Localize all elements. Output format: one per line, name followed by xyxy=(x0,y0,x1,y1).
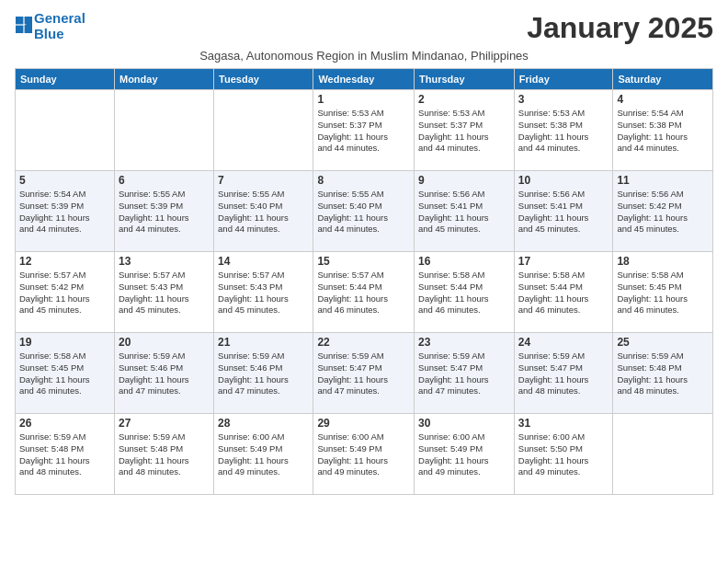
day-number: 12 xyxy=(19,255,110,268)
day-number: 8 xyxy=(317,174,410,187)
day-info: Sunrise: 5:55 AMSunset: 5:40 PMDaylight:… xyxy=(317,189,410,236)
day-info: Sunrise: 5:53 AMSunset: 5:37 PMDaylight:… xyxy=(317,108,410,155)
calendar-cell: 2Sunrise: 5:53 AMSunset: 5:37 PMDaylight… xyxy=(415,90,515,171)
day-info: Sunrise: 5:57 AMSunset: 5:43 PMDaylight:… xyxy=(119,270,210,316)
day-number: 10 xyxy=(518,174,609,187)
day-info: Sunrise: 5:59 AMSunset: 5:48 PMDaylight:… xyxy=(617,350,709,397)
day-number: 21 xyxy=(218,336,309,349)
calendar-cell: 20Sunrise: 5:59 AMSunset: 5:46 PMDayligh… xyxy=(114,333,213,414)
day-info: Sunrise: 6:00 AMSunset: 5:49 PMDaylight:… xyxy=(317,431,410,478)
day-info: Sunrise: 6:00 AMSunset: 5:50 PMDaylight:… xyxy=(518,431,609,478)
day-number: 11 xyxy=(617,174,709,187)
day-number: 13 xyxy=(119,255,210,268)
calendar-cell: 17Sunrise: 5:58 AMSunset: 5:44 PMDayligh… xyxy=(514,252,613,333)
calendar-cell xyxy=(613,414,713,495)
day-number: 19 xyxy=(19,336,110,349)
calendar-cell: 30Sunrise: 6:00 AMSunset: 5:49 PMDayligh… xyxy=(415,414,515,495)
svg-rect-0 xyxy=(16,17,23,24)
day-info: Sunrise: 5:56 AMSunset: 5:41 PMDaylight:… xyxy=(418,189,510,236)
calendar-cell: 15Sunrise: 5:57 AMSunset: 5:44 PMDayligh… xyxy=(313,252,415,333)
day-info: Sunrise: 6:00 AMSunset: 5:49 PMDaylight:… xyxy=(218,431,309,478)
logo-name: General Blue xyxy=(34,11,85,41)
day-info: Sunrise: 5:55 AMSunset: 5:40 PMDaylight:… xyxy=(218,189,309,236)
day-info: Sunrise: 6:00 AMSunset: 5:49 PMDaylight:… xyxy=(418,431,510,478)
calendar-cell: 21Sunrise: 5:59 AMSunset: 5:46 PMDayligh… xyxy=(214,333,313,414)
day-number: 2 xyxy=(418,93,510,106)
day-info: Sunrise: 5:59 AMSunset: 5:48 PMDaylight:… xyxy=(19,431,110,478)
calendar-cell: 10Sunrise: 5:56 AMSunset: 5:41 PMDayligh… xyxy=(514,171,613,252)
day-number: 7 xyxy=(218,174,309,187)
calendar-cell: 8Sunrise: 5:55 AMSunset: 5:40 PMDaylight… xyxy=(313,171,415,252)
svg-rect-2 xyxy=(16,25,23,32)
day-info: Sunrise: 5:58 AMSunset: 5:44 PMDaylight:… xyxy=(518,270,609,316)
day-info: Sunrise: 5:59 AMSunset: 5:47 PMDaylight:… xyxy=(518,350,609,397)
logo: General Blue xyxy=(15,11,85,41)
calendar-cell: 19Sunrise: 5:58 AMSunset: 5:45 PMDayligh… xyxy=(16,333,115,414)
weekday-header-saturday: Saturday xyxy=(613,69,713,90)
day-number: 9 xyxy=(418,174,510,187)
calendar-cell: 26Sunrise: 5:59 AMSunset: 5:48 PMDayligh… xyxy=(16,414,115,495)
calendar-cell: 29Sunrise: 6:00 AMSunset: 5:49 PMDayligh… xyxy=(313,414,415,495)
calendar-cell: 18Sunrise: 5:58 AMSunset: 5:45 PMDayligh… xyxy=(613,252,713,333)
calendar-cell: 9Sunrise: 5:56 AMSunset: 5:41 PMDaylight… xyxy=(415,171,515,252)
calendar-cell: 24Sunrise: 5:59 AMSunset: 5:47 PMDayligh… xyxy=(514,333,613,414)
weekday-header-thursday: Thursday xyxy=(415,69,515,90)
calendar-cell: 12Sunrise: 5:57 AMSunset: 5:42 PMDayligh… xyxy=(16,252,115,333)
calendar-cell: 31Sunrise: 6:00 AMSunset: 5:50 PMDayligh… xyxy=(514,414,613,495)
day-info: Sunrise: 5:58 AMSunset: 5:44 PMDaylight:… xyxy=(418,270,510,316)
calendar-cell: 28Sunrise: 6:00 AMSunset: 5:49 PMDayligh… xyxy=(214,414,313,495)
calendar: SundayMondayTuesdayWednesdayThursdayFrid… xyxy=(15,68,713,495)
day-number: 25 xyxy=(617,336,709,349)
day-info: Sunrise: 5:59 AMSunset: 5:47 PMDaylight:… xyxy=(317,350,410,397)
day-number: 29 xyxy=(317,417,410,430)
day-info: Sunrise: 5:57 AMSunset: 5:43 PMDaylight:… xyxy=(218,270,309,316)
calendar-cell: 4Sunrise: 5:54 AMSunset: 5:38 PMDaylight… xyxy=(613,90,713,171)
day-info: Sunrise: 5:54 AMSunset: 5:38 PMDaylight:… xyxy=(617,108,709,155)
subtitle: Sagasa, Autonomous Region in Muslim Mind… xyxy=(15,49,713,63)
calendar-cell xyxy=(114,90,213,171)
day-number: 31 xyxy=(518,417,609,430)
day-info: Sunrise: 5:58 AMSunset: 5:45 PMDaylight:… xyxy=(19,350,110,397)
day-info: Sunrise: 5:53 AMSunset: 5:38 PMDaylight:… xyxy=(518,108,609,155)
calendar-cell: 6Sunrise: 5:55 AMSunset: 5:39 PMDaylight… xyxy=(114,171,213,252)
day-number: 28 xyxy=(218,417,309,430)
day-number: 22 xyxy=(317,336,410,349)
day-info: Sunrise: 5:59 AMSunset: 5:46 PMDaylight:… xyxy=(119,350,210,397)
day-info: Sunrise: 5:59 AMSunset: 5:48 PMDaylight:… xyxy=(119,431,210,478)
calendar-cell: 1Sunrise: 5:53 AMSunset: 5:37 PMDaylight… xyxy=(313,90,415,171)
day-info: Sunrise: 5:56 AMSunset: 5:42 PMDaylight:… xyxy=(617,189,709,236)
day-number: 24 xyxy=(518,336,609,349)
day-number: 17 xyxy=(518,255,609,268)
day-number: 6 xyxy=(119,174,210,187)
day-number: 18 xyxy=(617,255,709,268)
calendar-cell: 5Sunrise: 5:54 AMSunset: 5:39 PMDaylight… xyxy=(16,171,115,252)
day-number: 26 xyxy=(19,417,110,430)
day-number: 27 xyxy=(119,417,210,430)
calendar-cell: 22Sunrise: 5:59 AMSunset: 5:47 PMDayligh… xyxy=(313,333,415,414)
day-info: Sunrise: 5:55 AMSunset: 5:39 PMDaylight:… xyxy=(119,189,210,236)
day-number: 15 xyxy=(317,255,410,268)
day-number: 20 xyxy=(119,336,210,349)
calendar-cell: 14Sunrise: 5:57 AMSunset: 5:43 PMDayligh… xyxy=(214,252,313,333)
weekday-header-monday: Monday xyxy=(114,69,213,90)
calendar-cell xyxy=(214,90,313,171)
calendar-cell: 27Sunrise: 5:59 AMSunset: 5:48 PMDayligh… xyxy=(114,414,213,495)
day-number: 14 xyxy=(218,255,309,268)
day-number: 30 xyxy=(418,417,510,430)
month-title: January 2025 xyxy=(527,11,713,45)
day-info: Sunrise: 5:57 AMSunset: 5:44 PMDaylight:… xyxy=(317,270,410,316)
calendar-cell: 25Sunrise: 5:59 AMSunset: 5:48 PMDayligh… xyxy=(613,333,713,414)
day-number: 23 xyxy=(418,336,510,349)
calendar-cell xyxy=(16,90,115,171)
logo-line2: Blue xyxy=(34,26,64,41)
day-info: Sunrise: 5:54 AMSunset: 5:39 PMDaylight:… xyxy=(19,189,110,236)
calendar-cell: 23Sunrise: 5:59 AMSunset: 5:47 PMDayligh… xyxy=(415,333,515,414)
calendar-cell: 13Sunrise: 5:57 AMSunset: 5:43 PMDayligh… xyxy=(114,252,213,333)
day-info: Sunrise: 5:53 AMSunset: 5:37 PMDaylight:… xyxy=(418,108,510,155)
calendar-cell: 3Sunrise: 5:53 AMSunset: 5:38 PMDaylight… xyxy=(514,90,613,171)
day-info: Sunrise: 5:58 AMSunset: 5:45 PMDaylight:… xyxy=(617,270,709,316)
weekday-header-sunday: Sunday xyxy=(16,69,115,90)
day-info: Sunrise: 5:59 AMSunset: 5:46 PMDaylight:… xyxy=(218,350,309,397)
weekday-header-friday: Friday xyxy=(514,69,613,90)
calendar-cell: 16Sunrise: 5:58 AMSunset: 5:44 PMDayligh… xyxy=(415,252,515,333)
